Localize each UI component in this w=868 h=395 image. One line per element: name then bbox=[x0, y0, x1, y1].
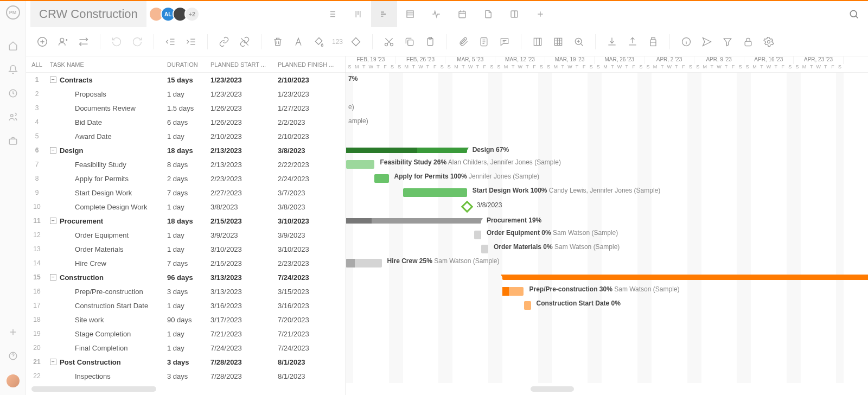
undo-icon[interactable] bbox=[109, 34, 124, 49]
col-start[interactable]: PLANNED START ... bbox=[210, 61, 278, 68]
task-row[interactable]: 13 Order Materials 1 day 3/10/2023 3/10/… bbox=[26, 242, 346, 256]
task-row[interactable]: 7 Feasibility Study 8 days 2/13/2023 2/2… bbox=[26, 157, 346, 171]
zoom-icon[interactable] bbox=[571, 34, 586, 49]
import-icon[interactable] bbox=[604, 34, 620, 49]
member-avatars[interactable]: AL +2 bbox=[152, 7, 200, 22]
main-area: ALL TASK NAME DURATION PLANNED START ...… bbox=[26, 56, 868, 395]
user-avatar[interactable] bbox=[7, 374, 20, 387]
task-row[interactable]: 16 Prep/Pre-construction 3 days 3/13/202… bbox=[26, 284, 346, 298]
grid-scrollbar[interactable] bbox=[31, 386, 156, 392]
paste-icon[interactable] bbox=[423, 34, 438, 49]
home-icon[interactable] bbox=[8, 40, 18, 51]
font-icon[interactable] bbox=[291, 34, 306, 49]
collapse-icon[interactable]: − bbox=[50, 218, 56, 224]
avatar-more[interactable]: +2 bbox=[184, 7, 200, 22]
briefcase-icon[interactable] bbox=[8, 136, 18, 146]
indent-icon[interactable] bbox=[183, 34, 199, 49]
comment-icon[interactable] bbox=[497, 34, 512, 49]
task-row[interactable]: 22 Inspections 3 days 7/28/2023 8/1/2023 bbox=[26, 369, 346, 383]
sheet-view-tab[interactable] bbox=[397, 1, 423, 27]
task-row[interactable]: 11 −Procurement 18 days 2/15/2023 3/10/2… bbox=[26, 214, 346, 228]
add-task-icon[interactable] bbox=[35, 34, 50, 49]
send-icon[interactable] bbox=[699, 34, 714, 49]
fill-icon[interactable] bbox=[311, 34, 327, 49]
tag-icon[interactable] bbox=[348, 34, 363, 49]
list-view-tab[interactable] bbox=[319, 1, 345, 27]
task-row[interactable]: 5 Award Date 1 day 2/10/2023 2/10/2023 bbox=[26, 129, 346, 143]
collapse-icon[interactable]: − bbox=[50, 77, 56, 83]
link-icon[interactable] bbox=[216, 34, 232, 49]
task-row[interactable]: 18 Site work 90 days 3/17/2023 7/20/2023 bbox=[26, 313, 346, 327]
task-row[interactable]: 17 Construction Start Date 1 day 3/16/20… bbox=[26, 298, 346, 313]
week-header[interactable]: FEB, 19 '23 bbox=[346, 56, 396, 64]
numbering-icon[interactable]: 123 bbox=[332, 38, 343, 46]
copy-icon[interactable] bbox=[402, 34, 417, 49]
week-header[interactable]: APR, 2 '23 bbox=[644, 56, 694, 64]
calendar-view-tab[interactable] bbox=[449, 1, 475, 27]
task-row[interactable]: 8 Apply for Permits 2 days 2/23/2023 2/2… bbox=[26, 171, 346, 186]
gantt-view-tab[interactable] bbox=[371, 1, 397, 27]
swap-icon[interactable] bbox=[76, 34, 91, 49]
week-header[interactable]: APR, 9 '23 bbox=[694, 56, 744, 64]
columns-icon[interactable] bbox=[530, 34, 545, 49]
col-finish[interactable]: PLANNED FINISH ... bbox=[278, 61, 345, 68]
unlink-icon[interactable] bbox=[237, 34, 252, 49]
task-row[interactable]: 10 Complete Design Work 1 day 3/8/2023 3… bbox=[26, 200, 346, 214]
task-row[interactable]: 14 Hire Crew 7 days 2/15/2023 2/23/2023 bbox=[26, 256, 346, 270]
task-row[interactable]: 3 Documents Review 1.5 days 1/26/2023 1/… bbox=[26, 101, 346, 115]
gantt-scrollbar[interactable] bbox=[531, 386, 574, 392]
cut-icon[interactable] bbox=[381, 34, 397, 49]
week-header[interactable]: APR, 23 '23 bbox=[794, 56, 844, 64]
col-name[interactable]: TASK NAME bbox=[48, 61, 167, 68]
task-row[interactable]: 12 Order Equipment 1 day 3/9/2023 3/9/20… bbox=[26, 228, 346, 242]
gantt-body[interactable]: 7%e)ample)Design 67%Feasibility Study 26… bbox=[346, 73, 868, 383]
export-icon[interactable] bbox=[625, 34, 640, 49]
gear-icon[interactable] bbox=[761, 34, 776, 49]
pulse-view-tab[interactable] bbox=[423, 1, 449, 27]
week-header[interactable]: MAR, 26 '23 bbox=[595, 56, 644, 64]
logo-icon[interactable]: PM bbox=[6, 5, 20, 20]
filter-icon[interactable] bbox=[720, 34, 735, 49]
week-header[interactable]: MAR, 12 '23 bbox=[495, 56, 545, 64]
info-icon[interactable] bbox=[679, 34, 694, 49]
assign-icon[interactable] bbox=[55, 34, 71, 49]
milestone-icon[interactable] bbox=[461, 201, 473, 213]
task-row[interactable]: 21 −Post Construction 3 days 7/28/2023 8… bbox=[26, 355, 346, 369]
board-view-tab[interactable] bbox=[345, 1, 371, 27]
col-all[interactable]: ALL bbox=[26, 61, 48, 68]
print-icon[interactable] bbox=[646, 34, 661, 49]
redo-icon[interactable] bbox=[130, 34, 145, 49]
lock-icon[interactable] bbox=[741, 34, 756, 49]
task-row[interactable]: 1 −Contracts 15 days 1/23/2023 2/10/2023 bbox=[26, 73, 346, 87]
week-header[interactable]: APR, 16 '23 bbox=[744, 56, 794, 64]
week-header[interactable]: MAR, 19 '23 bbox=[545, 56, 595, 64]
notes-icon[interactable] bbox=[476, 34, 492, 49]
task-row[interactable]: 4 Bid Date 6 days 1/26/2023 2/2/2023 bbox=[26, 115, 346, 129]
people-icon[interactable] bbox=[8, 112, 18, 123]
project-title-wrap[interactable]: CRW Construction bbox=[30, 1, 146, 27]
collapse-icon[interactable]: − bbox=[50, 274, 56, 281]
file-view-tab[interactable] bbox=[475, 1, 501, 27]
week-header[interactable]: FEB, 26 '23 bbox=[396, 56, 446, 64]
table-icon[interactable] bbox=[551, 34, 566, 49]
outdent-icon[interactable] bbox=[163, 34, 178, 49]
delete-icon[interactable] bbox=[270, 34, 285, 49]
help-icon[interactable] bbox=[8, 351, 18, 361]
search-icon[interactable] bbox=[844, 4, 864, 24]
task-row[interactable]: 19 Stage Completion 1 day 7/21/2023 7/21… bbox=[26, 327, 346, 341]
week-header[interactable]: MAR, 5 '23 bbox=[445, 56, 495, 64]
task-row[interactable]: 20 Final Completion 1 day 7/24/2023 7/24… bbox=[26, 341, 346, 355]
task-row[interactable]: 6 −Design 18 days 2/13/2023 3/8/2023 bbox=[26, 143, 346, 157]
attach-icon[interactable] bbox=[456, 34, 471, 49]
add-view-tab[interactable] bbox=[527, 1, 553, 27]
clock-icon[interactable] bbox=[8, 88, 18, 99]
task-row[interactable]: 9 Start Design Work 7 days 2/27/2023 3/7… bbox=[26, 186, 346, 200]
col-duration[interactable]: DURATION bbox=[167, 61, 210, 68]
task-row[interactable]: 2 Proposals 1 day 1/23/2023 1/23/2023 bbox=[26, 87, 346, 101]
collapse-icon[interactable]: − bbox=[50, 359, 56, 365]
plus-icon[interactable] bbox=[8, 327, 18, 337]
panel-view-tab[interactable] bbox=[501, 1, 527, 27]
task-row[interactable]: 15 −Construction 96 days 3/13/2023 7/24/… bbox=[26, 270, 346, 284]
bell-icon[interactable] bbox=[8, 64, 18, 75]
collapse-icon[interactable]: − bbox=[50, 147, 56, 154]
